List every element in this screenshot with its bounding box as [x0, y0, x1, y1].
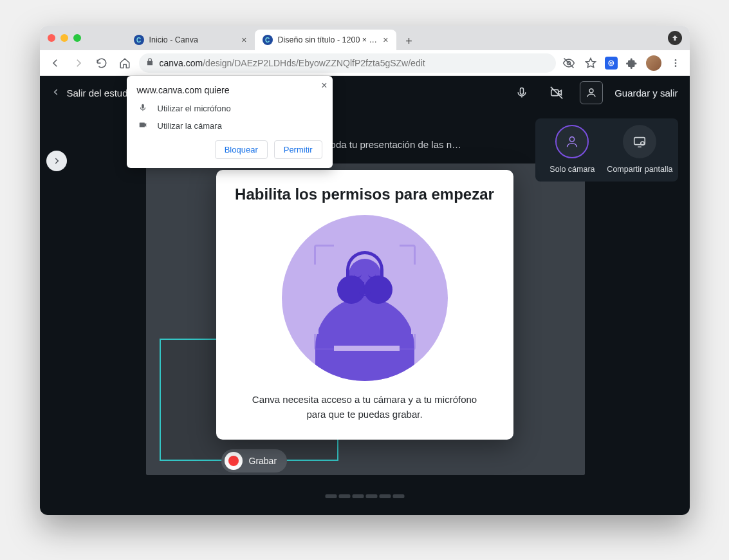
svg-point-3: [674, 65, 676, 67]
block-permission-button[interactable]: Bloquear: [215, 140, 268, 159]
presenter-view-icon[interactable]: [580, 81, 603, 104]
camera-off-icon[interactable]: [545, 81, 568, 104]
modal-description: Canva necesita acceso a tu cámara y a tu…: [234, 393, 495, 422]
extensions-puzzle-icon[interactable]: [624, 55, 640, 71]
permissions-illustration: [234, 215, 495, 381]
microphone-icon[interactable]: [510, 81, 533, 104]
close-tab-icon[interactable]: ×: [383, 35, 388, 44]
record-dot-icon: [225, 452, 243, 470]
compartir-pantalla-label: Compartir pantalla: [607, 165, 672, 174]
svg-point-1: [674, 59, 676, 61]
compartir-pantalla-option[interactable]: Compartir pantalla: [607, 125, 672, 174]
svg-point-2: [674, 62, 676, 64]
permission-actions: Bloquear Permitir: [137, 140, 322, 159]
profile-avatar[interactable]: [646, 55, 661, 71]
permission-prompt: × www.canva.com quiere Utilizar el micró…: [127, 76, 333, 168]
browser-toolbar: canva.com/design/DAEzP2LDHds/EbyowZZNQlf…: [40, 50, 690, 76]
close-window-button[interactable]: [48, 34, 55, 42]
minimize-window-button[interactable]: [60, 34, 68, 42]
canva-favicon: C: [134, 35, 144, 45]
lock-icon: [145, 57, 154, 68]
permission-row-camera: Utilizar la cámara: [137, 120, 322, 131]
permission-row-microphone: Utilizar el micrófono: [137, 103, 322, 114]
browser-window: C Inicio - Canva × C Diseño sin título -…: [40, 26, 690, 515]
share-screen-icon: [623, 125, 656, 158]
camera-icon: [137, 120, 149, 131]
microphone-icon: [137, 103, 149, 114]
tab-inicio-canva[interactable]: C Inicio - Canva ×: [126, 30, 255, 50]
solo-camara-label: Solo cámara: [549, 165, 595, 174]
permission-prompt-title: www.canva.com quiere: [137, 85, 322, 95]
allow-permission-button[interactable]: Permitir: [274, 140, 322, 159]
close-permission-prompt[interactable]: ×: [321, 80, 327, 91]
chrome-menu-icon[interactable]: [668, 55, 683, 71]
slide-pager[interactable]: [325, 494, 404, 498]
modal-title: Habilita los permisos para empezar: [234, 185, 495, 203]
solo-camara-option[interactable]: Solo cámara: [540, 125, 605, 174]
svg-point-6: [589, 89, 593, 93]
tab-title: Inicio - Canva: [149, 35, 237, 44]
address-bar[interactable]: canva.com/design/DAEzP2LDHds/EbyowZZNQlf…: [139, 53, 556, 73]
tab-diseno-sin-titulo[interactable]: C Diseño sin título - 1200 × 800 p ×: [255, 30, 396, 50]
expand-sidebar-button[interactable]: [46, 151, 67, 171]
canva-favicon: C: [263, 35, 273, 45]
exit-studio-label: Salir del estudio: [67, 88, 136, 98]
home-button[interactable]: [116, 54, 134, 72]
tab-strip: C Inicio - Canva × C Diseño sin título -…: [126, 26, 418, 50]
svg-point-7: [570, 137, 575, 142]
maximize-window-button[interactable]: [73, 34, 81, 42]
tab-title: Diseño sin título - 1200 × 800 p: [278, 35, 378, 44]
svg-rect-8: [634, 138, 645, 145]
svg-rect-4: [521, 88, 524, 95]
toolbar-right: ◎: [561, 55, 683, 71]
titlebar: C Inicio - Canva × C Diseño sin título -…: [40, 26, 690, 50]
save-and-exit-button[interactable]: Guardar y salir: [614, 88, 678, 98]
incognito-eye-icon[interactable]: [561, 55, 577, 71]
record-button-label: Grabar: [249, 456, 277, 466]
record-button[interactable]: Grabar: [221, 449, 288, 472]
tab-search-button[interactable]: [668, 31, 682, 45]
chevron-left-icon: [51, 86, 60, 100]
close-tab-icon[interactable]: ×: [241, 35, 246, 44]
permission-mic-label: Utilizar el micrófono: [158, 104, 231, 113]
reload-button[interactable]: [93, 54, 111, 72]
extension-icon[interactable]: ◎: [605, 57, 618, 70]
recording-options-panel: Solo cámara Compartir pantalla: [535, 118, 678, 182]
svg-point-9: [641, 142, 645, 145]
url-host: canva.com/design/DAEzP2LDHds/EbyowZZNQlf…: [160, 58, 425, 68]
camera-only-icon: [555, 125, 589, 158]
exit-studio-button[interactable]: Salir del estudio: [51, 86, 136, 100]
enable-permissions-modal: Habilita los permisos para empezar Canva…: [216, 170, 513, 440]
forward-button[interactable]: [69, 54, 88, 72]
bookmark-star-icon[interactable]: [583, 55, 598, 71]
new-tab-button[interactable]: +: [400, 32, 418, 50]
back-button[interactable]: [46, 54, 64, 72]
window-controls: [48, 34, 81, 42]
topbar-right: Guardar y salir: [510, 81, 678, 104]
permission-cam-label: Utilizar la cámara: [158, 121, 222, 131]
